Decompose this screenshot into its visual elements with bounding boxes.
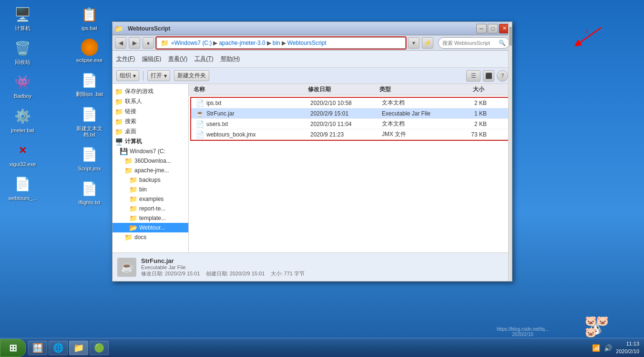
folder-icon: 📁 — [115, 108, 123, 116]
flights-label: iflights.txt — [79, 200, 101, 206]
file-size-ips: 2 KB — [453, 100, 491, 106]
file-row-ips[interactable]: 📄 ips.txt 2020/2/10 10:58 文本文档 2 KB — [191, 98, 510, 108]
help-button[interactable]: ? — [497, 70, 508, 82]
file-row-strfunc[interactable]: ☕ StrFunc.jar 2020/2/9 15:01 Executable … — [191, 108, 510, 119]
dropdown-button[interactable]: ▾ — [408, 37, 419, 49]
ips-icon: 📋 — [80, 5, 99, 24]
folder-icon: 📁 — [129, 195, 137, 203]
desktop-icon-xigui[interactable]: ✕ xigui32.exe — [5, 141, 41, 168]
txt-file-icon2: 📄 — [196, 120, 204, 128]
desktop-icon-computer[interactable]: 🖥️ 计算机 — [5, 5, 41, 32]
menu-view[interactable]: 查看(V) — [168, 55, 187, 63]
start-button[interactable]: ⊞ — [0, 339, 26, 357]
path-jmeter: apache-jmeter-3.0 — [219, 40, 265, 46]
jmeter-label: jmeter.bat — [11, 127, 34, 134]
file-list: 名称 修改日期 类型 大小 📄 ips.txt 2020/2/10 10:58 … — [189, 84, 512, 252]
new-folder-button[interactable]: 新建文件夹 — [174, 70, 209, 81]
watermark: https://blog.csdn.net/tq... 2020/2/10 — [497, 326, 549, 337]
back-button[interactable]: ◀ — [115, 37, 126, 49]
desktop-icon-delete[interactable]: 📄 删除ips .bat — [72, 71, 107, 97]
xigui-icon: ✕ — [13, 141, 32, 160]
desktop: 🖥️ 计算机 🗑️ 回收站 👾 Badboy ⚙️ jmeter.bat ✕ x… — [0, 0, 644, 357]
refresh-button[interactable]: ⚡ — [422, 37, 433, 49]
jmeter-icon: ⚙️ — [13, 107, 32, 126]
view-toggle-button[interactable]: ☰ — [466, 70, 480, 82]
ips-label: ips.bat — [82, 25, 97, 32]
file-type-ips: 文本文档 — [382, 99, 453, 107]
forward-button[interactable]: ▶ — [129, 37, 140, 49]
desktop-icon-recycle[interactable]: 🗑️ 回收站 — [5, 39, 41, 65]
txt-file-icon: 📄 — [196, 99, 204, 107]
preview-pane-button[interactable]: ⬛ — [483, 70, 494, 82]
desktop-icon-badboy[interactable]: 👾 Badboy — [5, 73, 41, 99]
taskbar-item-chrome[interactable]: 🟢 — [90, 341, 109, 355]
menu-file[interactable]: 文件(F) — [116, 55, 135, 63]
recycle-icon: 🗑️ — [13, 39, 32, 58]
folder-icon: 📁 — [115, 118, 123, 126]
time-display: 11:13 2020/2/10 — [616, 340, 639, 355]
file-row-users[interactable]: 📄 users.txt 2020/2/10 11:04 文本文档 2 KB — [191, 119, 510, 129]
status-type: Executable Jar File — [141, 264, 507, 270]
organize-button[interactable]: 组织 ▾ — [116, 70, 139, 81]
desktop-icon-ips[interactable]: 📋 ips.bat — [72, 5, 107, 32]
maximize-button[interactable]: □ — [488, 24, 498, 33]
file-date-strfunc: 2020/2/9 15:01 — [310, 110, 382, 117]
taskbar-item-windows[interactable]: 🪟 — [28, 341, 47, 355]
desktop-icon-jmeter[interactable]: ⚙️ jmeter.bat — [5, 107, 41, 134]
file-name-users: 📄 users.txt — [191, 120, 310, 128]
taskbar-item-explorer[interactable]: 📁 — [69, 341, 88, 355]
watermark-url: https://blog.csdn.net/tq... — [497, 326, 549, 332]
col-size[interactable]: 大小 — [451, 85, 489, 94]
desktop-icon-eclipse[interactable]: eclipse.exe — [72, 39, 107, 63]
tree-item-apache[interactable]: 📁 apache-jme... — [112, 166, 188, 175]
tree-item-docs[interactable]: 📁 docs — [112, 232, 188, 242]
menu-edit[interactable]: 编辑(E) — [142, 55, 161, 63]
up-button[interactable]: ▲ — [143, 37, 154, 49]
arrow-svg — [558, 23, 606, 47]
status-bar: ☕ StrFunc.jar Executable Jar File 修改日期: … — [112, 252, 512, 281]
folder-icon: 📁 — [115, 128, 123, 136]
action-toolbar: 组织 ▾ 打开 ▾ 新建文件夹 ☰ ⬛ ? — [112, 68, 512, 84]
file-row-webtours[interactable]: 📄 webtours_book.jmx 2020/9 21:23 JMX 文件 … — [191, 129, 510, 140]
status-modified: 修改日期: 2020/2/9 15:01 — [141, 271, 200, 276]
tree-item-links[interactable]: 📁 链接 — [112, 106, 188, 116]
tree-item-computer[interactable]: 🖥️ 计算机 — [112, 136, 188, 147]
status-file-icon: ☕ — [117, 258, 136, 277]
folder-icon: 📁 — [129, 205, 137, 212]
status-dates: 修改日期: 2020/2/9 15:01 创建日期: 2020/2/9 15:0… — [141, 270, 507, 277]
tree-item-windows7[interactable]: 💾 Windows7 (C: — [112, 147, 188, 156]
taskbar-tray: 📶 🔊 11:13 2020/2/10 — [587, 340, 644, 355]
col-type[interactable]: 类型 — [379, 85, 451, 94]
tree-item-examples[interactable]: 📁 examples — [112, 194, 188, 204]
col-date[interactable]: 修改日期 — [308, 85, 379, 94]
tree-item-360[interactable]: 📁 360Downloa... — [112, 156, 188, 166]
computer-tree-icon: 🖥️ — [115, 138, 123, 146]
jar-file-icon: ☕ — [196, 110, 204, 117]
tree-item-report[interactable]: 📁 report-te... — [112, 204, 188, 213]
folder-icon: 📁 — [115, 88, 123, 95]
nav-tree: 📁 保存的游戏 📁 联系人 📁 链接 📁 搜索 📁 桌面 — [112, 84, 189, 252]
open-button[interactable]: 打开 ▾ — [147, 70, 170, 81]
tree-item-template[interactable]: 📁 template... — [112, 213, 188, 223]
desktop-icon-flights[interactable]: 📄 iflights.txt — [72, 179, 107, 206]
tree-item-search[interactable]: 📁 搜索 — [112, 116, 188, 126]
col-name[interactable]: 名称 — [189, 85, 308, 94]
tree-item-contacts[interactable]: 📁 联系人 — [112, 96, 188, 106]
desktop-icon-script[interactable]: 📄 Script.jmx — [72, 145, 107, 172]
taskbar: ⊞ 🪟 🌐 📁 🟢 📶 🔊 11:13 2020/2/10 — [0, 338, 644, 357]
address-path[interactable]: 📁 « Windows7 (C:) ▶ apache-jmeter-3.0 ▶ … — [156, 37, 406, 49]
tree-item-bin[interactable]: 📁 bin — [112, 185, 188, 194]
tree-item-backups[interactable]: 📁 backups — [112, 175, 188, 185]
desktop-icon-newfile[interactable]: 📄 新建文本文 档.txt — [72, 105, 107, 138]
menu-help[interactable]: 帮助(H) — [221, 55, 240, 63]
taskbar-item-ie[interactable]: 🌐 — [49, 341, 68, 355]
menu-tools[interactable]: 工具(T) — [194, 55, 213, 63]
minimize-button[interactable]: ─ — [476, 24, 487, 33]
desktop-icon-webtours[interactable]: 📄 webtours_... — [5, 175, 41, 201]
file-type-strfunc: Executable Jar File — [382, 110, 453, 117]
watermark-date: 2020/2/10 — [497, 332, 549, 337]
tree-item-desktop[interactable]: 📁 桌面 — [112, 126, 188, 136]
tree-item-savedgames[interactable]: 📁 保存的游戏 — [112, 86, 188, 96]
status-size: 大小: 771 字节 — [271, 271, 305, 276]
tree-item-webtours[interactable]: 📂 Webtour... — [112, 223, 188, 232]
